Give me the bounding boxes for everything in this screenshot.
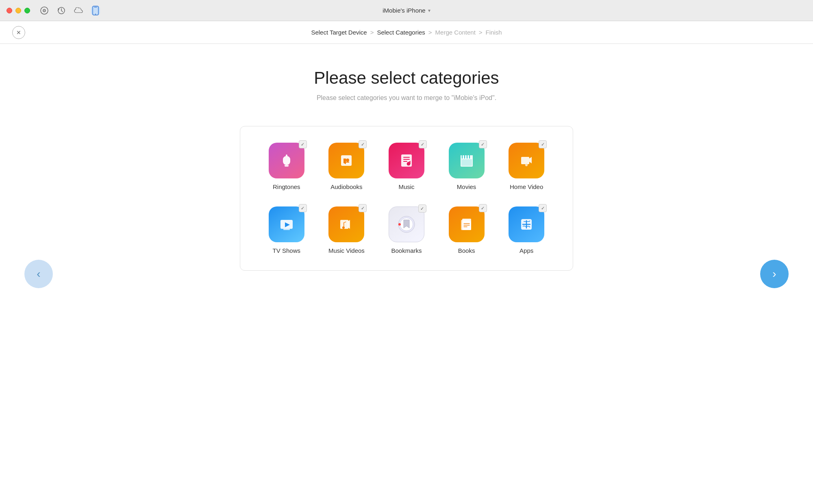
category-musicvideos[interactable]: ✓ Music Videos [325,206,369,254]
movies-label: Movies [457,183,476,190]
svg-point-6 [95,14,96,15]
movies-check: ✓ [479,140,487,148]
tvshows-icon-wrapper: ✓ [269,206,304,242]
musicvideos-check: ✓ [359,204,367,212]
svg-point-30 [342,226,345,229]
bookmarks-label: Bookmarks [391,247,422,254]
audiobooks-label: Audiobooks [330,183,362,190]
maximize-traffic-light[interactable] [24,8,30,13]
title-bar-icons [40,6,100,15]
homevideo-label: Home Video [510,183,543,190]
musicvideos-label: Music Videos [328,247,365,254]
breadcrumb-sep3: > [479,29,483,36]
books-label: Books [458,247,475,254]
main-content: Please select categories Please select c… [0,44,813,504]
title-chevron[interactable]: ▾ [428,8,430,13]
ringtones-label: Ringtones [273,183,300,190]
close-traffic-light[interactable] [7,8,12,13]
category-bookmarks[interactable]: ✓ Bookmarks [385,206,428,254]
musicvideos-icon-wrapper: ✓ [328,206,364,242]
bookmarks-check: ✓ [418,204,426,213]
movies-icon-wrapper: ✓ [449,143,485,178]
grid-row-1: ✓ Ringtones ✓ [265,143,548,190]
category-tvshows[interactable]: ✓ TV Shows [265,206,309,254]
ringtones-check: ✓ [299,140,307,148]
music-label: Music [398,183,414,190]
breadcrumb-sep2: > [428,29,432,36]
breadcrumb-step3: Merge Content [435,29,476,36]
apps-icon-wrapper: ✓ [509,206,544,242]
breadcrumb-step4: Finish [486,29,502,36]
category-movies[interactable]: ✓ Movies [445,143,489,190]
homevideo-icon-wrapper: ✓ [509,143,544,178]
music-icon[interactable] [40,6,49,15]
svg-point-13 [407,162,410,165]
page-subtitle: Please select categories you want to mer… [317,94,496,102]
category-audiobooks[interactable]: ✓ Audiobooks [325,143,369,190]
title-center: iMobie's iPhone ▾ [383,7,430,14]
tvshows-check: ✓ [299,204,307,212]
breadcrumb-step1: Select Target Device [311,29,367,36]
apps-check: ✓ [539,204,547,212]
category-homevideo[interactable]: ✓ Home Video [504,143,548,190]
books-icon-wrapper: ✓ [449,206,485,242]
iphone-icon[interactable] [91,6,100,15]
audiobooks-icon-wrapper: ✓ [328,143,364,178]
tvshows-label: TV Shows [273,247,300,254]
history-icon[interactable] [57,6,66,15]
traffic-lights [7,8,30,13]
svg-rect-37 [462,221,471,230]
svg-rect-20 [461,159,472,166]
nav-right-arrow[interactable]: › [760,260,789,288]
svg-rect-31 [343,222,344,226]
minimize-traffic-light[interactable] [15,8,21,13]
nav-left-arrow[interactable]: ‹ [24,260,53,288]
breadcrumb-bar: ✕ Select Target Device > Select Categori… [0,21,813,44]
device-name: iMobie's iPhone [383,7,425,14]
category-books[interactable]: ✓ Books [445,206,489,254]
cloud-icon[interactable] [74,6,83,15]
svg-marker-22 [529,157,532,163]
category-music[interactable]: ✓ Music [385,143,428,190]
breadcrumb: Select Target Device > Select Categories… [311,29,502,36]
homevideo-check: ✓ [539,140,547,148]
audiobooks-check: ✓ [359,140,367,148]
category-apps[interactable]: ✓ Apps [504,206,548,254]
svg-point-8 [346,159,349,162]
page-title: Please select categories [314,68,499,88]
breadcrumb-step2: Select Categories [377,29,425,36]
title-bar: iMobie's iPhone ▾ [0,0,813,21]
svg-rect-27 [283,229,290,230]
bookmarks-icon-wrapper: ✓ [389,206,424,242]
svg-point-2 [44,10,45,11]
close-button[interactable]: ✕ [12,26,25,39]
svg-rect-21 [521,157,529,164]
grid-row-2: ✓ TV Shows ✓ [265,206,548,254]
books-check: ✓ [479,204,487,212]
svg-point-34 [398,223,401,226]
music-check: ✓ [419,140,427,148]
category-ringtones[interactable]: ✓ Ringtones [265,143,309,190]
music-icon-wrapper: ✓ [389,143,424,178]
apps-label: Apps [520,247,533,254]
breadcrumb-sep1: > [370,29,374,36]
ringtones-icon-wrapper: ✓ [269,143,304,178]
category-grid: ✓ Ringtones ✓ [240,126,573,271]
svg-rect-9 [401,154,412,167]
